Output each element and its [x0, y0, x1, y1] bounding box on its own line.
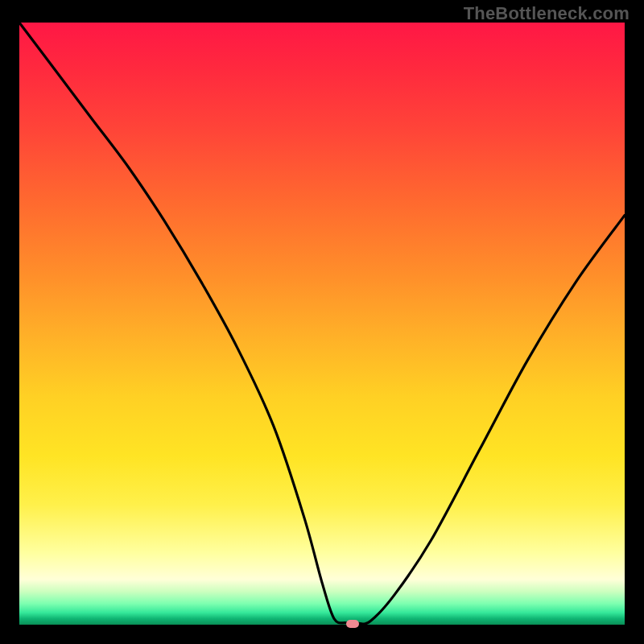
- optimal-point-marker: [346, 620, 359, 628]
- watermark-text: TheBottleneck.com: [464, 3, 630, 24]
- plot-area: [19, 23, 625, 625]
- chart-frame: TheBottleneck.com: [0, 0, 644, 644]
- bottleneck-curve: [19, 23, 625, 625]
- curve-path: [19, 23, 625, 624]
